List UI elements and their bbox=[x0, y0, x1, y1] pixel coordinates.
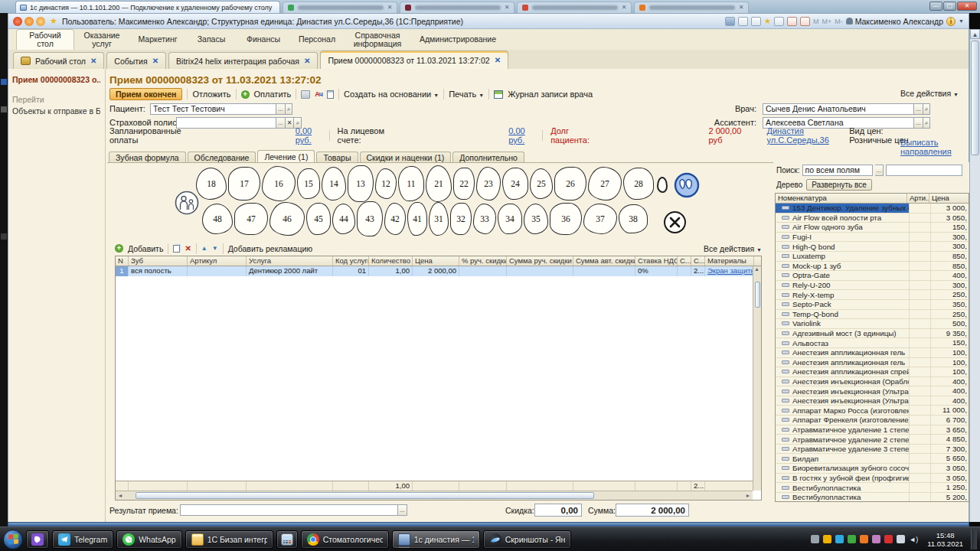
pay-button[interactable]: Оплатить bbox=[254, 90, 292, 99]
nomenclature-row[interactable]: Анестезия инъекционная (Ораблок)400, bbox=[776, 377, 969, 387]
nomenclature-name-cell[interactable]: Septo-Pack bbox=[776, 300, 909, 309]
tooth-48[interactable]: 48 bbox=[202, 204, 233, 234]
memory-m-button[interactable]: M bbox=[813, 18, 819, 25]
tab-close-icon[interactable]: ✕ bbox=[90, 57, 96, 65]
nomenclature-name-cell[interactable]: Адгезивный мост (3 единицы) bbox=[776, 329, 909, 338]
svc-col-9[interactable]: Сумма руч. скидки bbox=[507, 256, 573, 266]
tooth-38[interactable]: 38 bbox=[619, 204, 648, 233]
nomenclature-name-cell[interactable]: High-Q bond bbox=[776, 242, 909, 251]
print-icon[interactable] bbox=[738, 17, 748, 26]
personal-account-value[interactable]: 0,00 руб. bbox=[508, 126, 534, 145]
table-settings-icon[interactable] bbox=[301, 90, 310, 99]
svc-cell-10[interactable] bbox=[573, 266, 635, 276]
services-table-empty-area[interactable] bbox=[116, 276, 753, 481]
tray-icon-5[interactable] bbox=[860, 535, 868, 543]
nomenclature-name-cell[interactable]: Атравматичное удаление 2 степени сл... bbox=[776, 435, 909, 444]
section-tab-4[interactable]: Запасы bbox=[186, 29, 237, 50]
nomenclature-row[interactable]: Air Flow одного зуба150, bbox=[776, 223, 969, 233]
doc-tab-3[interactable]: Bitrix24 helix интеграция рабочая✕ bbox=[168, 52, 318, 69]
nomenclature-name-cell[interactable]: Rely-U-200 bbox=[776, 281, 909, 290]
sidebar-link-objects[interactable]: Объекты к отправке в Би... bbox=[12, 106, 100, 116]
result-input[interactable] bbox=[180, 504, 398, 516]
svc-cell-6[interactable]: 1,00 bbox=[369, 266, 413, 276]
nomenclature-name-cell[interactable]: Rely-X-temp bbox=[776, 290, 909, 299]
tab-close-icon[interactable]: ✕ bbox=[152, 57, 158, 65]
nomenclature-row[interactable]: Анестезия инъекционная (Ультракаин,...40… bbox=[776, 396, 969, 406]
nomenclature-row[interactable]: 153 Дентикюр. Удаление зубных отло...3 0… bbox=[776, 204, 969, 214]
tooth-25[interactable]: 25 bbox=[530, 168, 553, 199]
search-input[interactable] bbox=[886, 165, 962, 176]
memory-mplus-button[interactable]: M+ bbox=[822, 18, 831, 25]
services-vscrollbar[interactable]: ▲ bbox=[753, 266, 761, 491]
svc-col-4[interactable]: Услуга bbox=[247, 256, 333, 266]
svc-cell-5[interactable]: 01 bbox=[333, 266, 369, 276]
calculator-icon[interactable] bbox=[787, 17, 797, 26]
planned-payments-value[interactable]: 0,00 руб. bbox=[296, 126, 322, 145]
tree-button[interactable]: Дерево bbox=[776, 181, 802, 189]
scroll-thumb[interactable] bbox=[971, 41, 979, 155]
nomenclature-row[interactable]: Альвостаз150, bbox=[776, 338, 969, 348]
maximize-button[interactable]: ▢ bbox=[943, 2, 956, 11]
assistant-search-icon[interactable]: ⌕ bbox=[923, 117, 930, 129]
nomenclature-row[interactable]: Атравматичное удаление 1 степени сл...3 … bbox=[776, 425, 969, 435]
show-desktop-button[interactable] bbox=[971, 530, 977, 549]
create-based-on-button[interactable]: Создать на основании ▼ bbox=[344, 90, 439, 99]
nomenclature-row[interactable]: Билдап5 650, bbox=[776, 454, 969, 464]
nomenclature-row[interactable]: Rely-X-temp250, bbox=[776, 290, 969, 300]
copy-row-icon[interactable] bbox=[173, 245, 180, 253]
tray-icon-8[interactable] bbox=[897, 535, 905, 543]
tooth-13[interactable]: 13 bbox=[348, 165, 374, 202]
close-button[interactable]: ✕ bbox=[957, 2, 977, 11]
tab-close-icon[interactable]: ✕ bbox=[304, 57, 310, 65]
start-button[interactable] bbox=[3, 530, 23, 549]
tooth-28[interactable]: 28 bbox=[623, 168, 654, 200]
tab-4[interactable]: Товары bbox=[316, 152, 358, 163]
section-tab-2[interactable]: Оказание услуг bbox=[74, 29, 129, 50]
tab-3[interactable]: Лечение (1) bbox=[257, 150, 315, 163]
nomenclature-row[interactable]: Анестезия аппликационная гель100, bbox=[776, 358, 969, 368]
tooth-27[interactable]: 27 bbox=[588, 167, 622, 201]
tab-rdp-session[interactable]: 1с династия — 10.1.101.200 — Подключение… bbox=[15, 1, 280, 13]
svc-cell-4[interactable]: Дентикюр 2000 лайт bbox=[247, 266, 333, 276]
tooth-11[interactable]: 11 bbox=[398, 166, 424, 201]
tooth-21[interactable]: 21 bbox=[426, 165, 452, 202]
tooth-37[interactable]: 37 bbox=[583, 204, 617, 234]
services-hscrollbar[interactable]: ◄► bbox=[116, 491, 753, 500]
nomenclature-name-cell[interactable]: Temp-Q-bond bbox=[776, 310, 909, 319]
nomenclature-row[interactable]: Атравматичное удаление 2 степени сл...4 … bbox=[776, 435, 969, 445]
nomenclature-name-cell[interactable]: Fugi-I bbox=[776, 233, 909, 242]
nomenclature-name-cell[interactable]: Вестибулопластика bbox=[776, 493, 909, 502]
tooth-17[interactable]: 17 bbox=[228, 167, 260, 201]
svc-col-10[interactable]: Сумма авт. скидки bbox=[573, 256, 635, 266]
nomenclature-name-cell[interactable]: Анестезия аппликационная гель bbox=[776, 348, 909, 357]
tooth-44[interactable]: 44 bbox=[332, 204, 355, 234]
svc-col-2[interactable]: Зуб bbox=[129, 256, 188, 266]
print-preview-icon[interactable] bbox=[751, 17, 761, 26]
chrome-taskbar-button[interactable]: Стоматологичес... bbox=[301, 530, 389, 549]
tray-icon-7[interactable] bbox=[884, 535, 893, 543]
tooth-23[interactable]: 23 bbox=[476, 167, 501, 201]
tray-icon-3[interactable] bbox=[835, 535, 844, 543]
delete-row-icon[interactable]: ✕ bbox=[185, 244, 191, 253]
nomenclature-row[interactable]: Аппарат Френкеля (изготовление)6 700, bbox=[776, 416, 969, 425]
tooth-34[interactable]: 34 bbox=[498, 204, 522, 234]
tooth-26[interactable]: 26 bbox=[554, 167, 586, 201]
result-select-button[interactable]: ... bbox=[398, 504, 407, 516]
svc-cell-1[interactable]: 1 bbox=[116, 266, 129, 276]
nomenclature-name-cell[interactable]: Вестибулопластика bbox=[776, 483, 909, 492]
tooth-47[interactable]: 47 bbox=[234, 203, 268, 235]
section-tab-3[interactable]: Маркетинг bbox=[129, 29, 186, 50]
form-all-actions-button[interactable]: Все действия ▼ bbox=[900, 89, 959, 98]
nomenclature-row[interactable]: Air Flow всей полости рта3 050, bbox=[776, 214, 969, 223]
section-tab-6[interactable]: Персонал bbox=[290, 29, 344, 50]
svc-cell-12[interactable] bbox=[678, 266, 691, 276]
svc-col-8[interactable]: % руч. скидки bbox=[459, 256, 507, 266]
svc-cell-7[interactable]: 2 000,00 bbox=[413, 266, 459, 276]
postpone-button[interactable]: Отложить bbox=[192, 90, 230, 99]
nomenclature-row[interactable]: Анестезия аппликационная спрей100, bbox=[776, 367, 969, 377]
svc-cell-3[interactable] bbox=[188, 266, 247, 276]
patient-type-icon[interactable] bbox=[175, 191, 199, 217]
nomenclature-name-cell[interactable]: Variolink bbox=[776, 319, 909, 328]
svc-col-14[interactable]: Материалы bbox=[705, 256, 754, 266]
menu-icon[interactable] bbox=[24, 17, 34, 26]
